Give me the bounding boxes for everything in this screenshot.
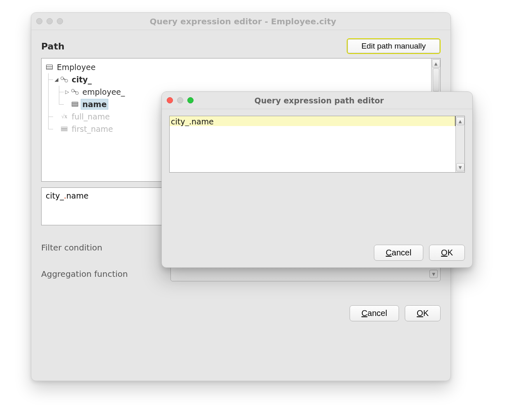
main-titlebar[interactable]: Query expression editor - Employee.city bbox=[31, 13, 450, 30]
window-title: Query expression editor - Employee.city bbox=[63, 16, 423, 26]
path-input[interactable] bbox=[170, 116, 455, 126]
minimize-icon[interactable] bbox=[177, 97, 183, 103]
tree-node-label: Employee bbox=[56, 62, 97, 72]
expression-text-prefix: city_ bbox=[46, 191, 64, 200]
scroll-up-icon[interactable]: ▲ bbox=[456, 117, 464, 125]
chevron-down-icon: ▼ bbox=[429, 270, 438, 278]
modal-body: ▲ ▼ CCancelancel OOKK bbox=[162, 109, 472, 267]
formula-icon: √x bbox=[60, 113, 69, 120]
tree-node-label: employee_ bbox=[81, 87, 126, 97]
table-icon bbox=[45, 63, 54, 71]
scroll-up-icon[interactable]: ▲ bbox=[432, 59, 440, 68]
tree-guide bbox=[54, 98, 65, 110]
main-button-row: CCancelancel OOKK bbox=[41, 305, 441, 321]
path-label: Path bbox=[41, 41, 65, 51]
cancel-button[interactable]: CCancelancel bbox=[374, 245, 423, 261]
tree-row-employee[interactable]: Employee bbox=[43, 61, 429, 73]
expand-toggle-icon[interactable]: ▷ bbox=[65, 89, 70, 95]
modal-title: Query expression path editor bbox=[194, 96, 445, 105]
aggregation-select[interactable]: ▼ bbox=[170, 267, 441, 281]
tree-guide bbox=[43, 73, 54, 86]
filter-condition-label: Filter condition bbox=[41, 243, 165, 253]
tree-node-label: name bbox=[81, 99, 108, 109]
column-icon bbox=[60, 125, 69, 133]
tree-node-label: city_ bbox=[70, 75, 93, 84]
tree-guide bbox=[54, 86, 65, 98]
modal-button-row: CCancelancel OOKK bbox=[169, 245, 465, 261]
tree-node-label: first_name bbox=[70, 124, 114, 134]
relation-icon bbox=[70, 88, 79, 96]
expand-toggle-icon[interactable]: ◢ bbox=[54, 77, 60, 82]
close-icon[interactable] bbox=[167, 97, 173, 103]
zoom-icon[interactable] bbox=[57, 18, 63, 24]
expression-text-suffix: name bbox=[66, 191, 89, 200]
editor-scrollbar[interactable]: ▲ ▼ bbox=[455, 116, 464, 172]
ok-button[interactable]: OOKK bbox=[405, 305, 441, 321]
cancel-button[interactable]: CCancelancel bbox=[350, 305, 399, 321]
tree-guide bbox=[43, 123, 54, 135]
scroll-thumb[interactable] bbox=[433, 68, 439, 91]
traffic-lights bbox=[36, 18, 63, 24]
tree-guide bbox=[43, 98, 54, 110]
edit-path-manually-button[interactable]: Edit path manually bbox=[347, 38, 441, 54]
zoom-icon[interactable] bbox=[187, 97, 194, 103]
traffic-lights bbox=[167, 97, 194, 103]
modal-titlebar[interactable]: Query expression path editor bbox=[162, 92, 472, 109]
tree-guide bbox=[43, 86, 54, 98]
path-header: Path Edit path manually bbox=[41, 38, 441, 54]
path-editor-text-area[interactable] bbox=[170, 116, 455, 172]
aggregation-label: Aggregation function bbox=[41, 269, 165, 279]
aggregation-row: Aggregation function ▼ bbox=[41, 267, 441, 281]
path-editor-window: Query expression path editor ▲ ▼ CCancel… bbox=[161, 91, 473, 268]
relation-icon bbox=[60, 76, 69, 83]
tree-guide bbox=[43, 110, 54, 123]
scroll-down-icon[interactable]: ▼ bbox=[456, 163, 464, 171]
tree-row-city[interactable]: ◢ city_ bbox=[43, 73, 429, 86]
column-icon bbox=[70, 101, 79, 108]
close-icon[interactable] bbox=[36, 18, 42, 24]
path-editor-box: ▲ ▼ bbox=[169, 116, 465, 173]
ok-button[interactable]: OOKK bbox=[429, 245, 465, 261]
tree-node-label: full_name bbox=[70, 112, 111, 122]
minimize-icon[interactable] bbox=[47, 18, 53, 24]
